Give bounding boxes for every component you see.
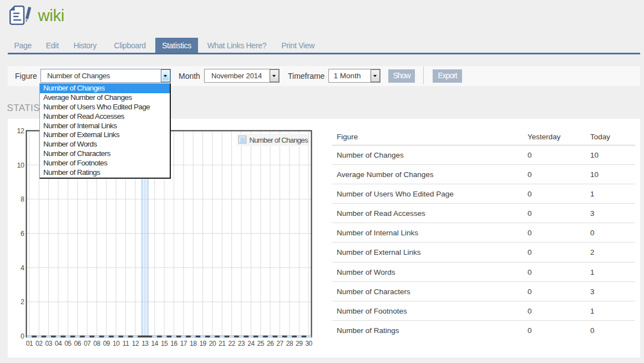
svg-text:29: 29 (296, 340, 303, 347)
svg-text:17: 17 (180, 340, 187, 347)
svg-text:26: 26 (267, 340, 274, 347)
svg-text:12: 12 (17, 127, 24, 135)
svg-text:10: 10 (113, 340, 120, 347)
svg-text:4: 4 (21, 264, 24, 272)
svg-text:24: 24 (247, 340, 255, 347)
svg-text:Number of Changes: Number of Changes (250, 136, 308, 144)
svg-text:25: 25 (257, 340, 265, 347)
svg-text:09: 09 (103, 340, 110, 347)
svg-text:06: 06 (74, 340, 82, 347)
svg-text:2: 2 (21, 298, 24, 306)
svg-text:16: 16 (170, 340, 178, 347)
svg-text:07: 07 (84, 340, 91, 347)
svg-text:21: 21 (219, 340, 226, 347)
svg-text:6: 6 (21, 230, 24, 238)
svg-text:08: 08 (93, 340, 100, 347)
svg-text:19: 19 (199, 340, 206, 347)
svg-text:10: 10 (17, 162, 24, 169)
svg-text:27: 27 (276, 340, 283, 347)
svg-text:05: 05 (64, 340, 72, 347)
svg-text:8: 8 (21, 195, 24, 203)
svg-text:04: 04 (55, 340, 62, 347)
svg-text:02: 02 (36, 340, 43, 347)
svg-text:03: 03 (45, 340, 52, 347)
svg-text:28: 28 (286, 340, 293, 347)
svg-text:11: 11 (123, 340, 129, 347)
svg-text:14: 14 (151, 340, 159, 347)
svg-text:22: 22 (228, 340, 235, 347)
svg-text:18: 18 (190, 340, 197, 347)
svg-text:30: 30 (305, 340, 312, 347)
svg-text:01: 01 (26, 340, 33, 347)
svg-text:20: 20 (209, 340, 216, 347)
svg-text:15: 15 (161, 340, 168, 347)
svg-text:23: 23 (238, 340, 245, 347)
svg-text:12: 12 (132, 340, 139, 347)
svg-text:13: 13 (141, 340, 149, 347)
svg-text:0: 0 (21, 332, 24, 340)
